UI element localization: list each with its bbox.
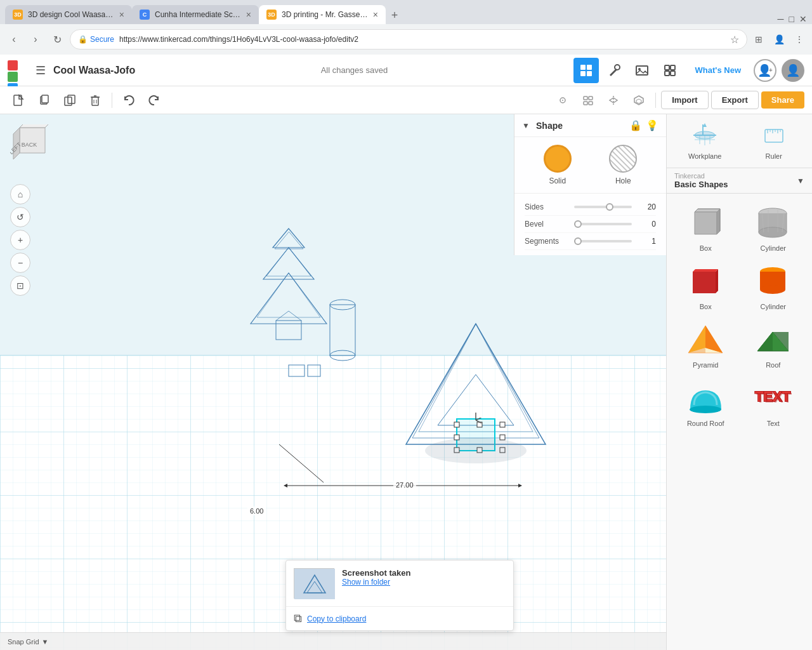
shape-panel-header: ▼ Shape 🔒 💡 bbox=[514, 114, 666, 137]
minimize-btn[interactable]: ─ bbox=[778, 14, 784, 24]
close-btn[interactable]: ✕ bbox=[799, 14, 807, 24]
new-tab-button[interactable]: + bbox=[386, 6, 403, 24]
shapes-grid: Box bbox=[667, 194, 812, 437]
redo-button[interactable] bbox=[143, 89, 166, 112]
tab-2[interactable]: C Cunha Intermediate Sch... × bbox=[132, 5, 259, 24]
duplicate-button[interactable] bbox=[58, 89, 81, 112]
shape-panel-toggle[interactable]: ▼ bbox=[522, 121, 531, 130]
shape-panel-icons: 🔒 💡 bbox=[629, 119, 658, 131]
tab-1[interactable]: 3D 3D design Cool Waasa-... × bbox=[5, 5, 132, 24]
box-wire-img bbox=[683, 204, 728, 242]
home-view-button[interactable]: ⌂ bbox=[10, 184, 30, 204]
shape-cylinder-solid[interactable]: Cylinder bbox=[740, 257, 808, 315]
gallery-button[interactable] bbox=[629, 58, 655, 83]
sides-value: 20 bbox=[637, 202, 656, 211]
segments-label: Segments bbox=[525, 237, 569, 246]
sides-row: Sides 20 bbox=[525, 199, 656, 216]
round-roof-img bbox=[683, 379, 728, 417]
copy-button[interactable] bbox=[33, 89, 56, 112]
hamburger-menu[interactable]: ☰ bbox=[36, 63, 46, 77]
forward-button[interactable]: › bbox=[27, 30, 44, 48]
shape-panel: ▼ Shape 🔒 💡 Solid Hole bbox=[514, 114, 666, 255]
svg-rect-7 bbox=[665, 65, 669, 70]
svg-marker-96 bbox=[693, 272, 716, 293]
shape-box-wire[interactable]: Box bbox=[672, 199, 740, 257]
box-solid-img bbox=[683, 262, 728, 300]
tab-2-close[interactable]: × bbox=[246, 10, 251, 20]
shape-cylinder-wire[interactable]: Cylinder bbox=[740, 199, 808, 257]
avatar-icon: 👤 bbox=[786, 63, 800, 77]
solid-type[interactable]: Solid bbox=[544, 145, 572, 185]
toast-bottom: ⧉ Copy to clipboard bbox=[286, 606, 513, 630]
user-avatar[interactable]: 👤 bbox=[782, 59, 804, 82]
segments-slider[interactable] bbox=[574, 240, 632, 242]
bookmark-button[interactable]: ☆ bbox=[730, 34, 739, 46]
whats-new-button[interactable]: What's New bbox=[688, 63, 749, 77]
tab-3[interactable]: 3D 3D printing - Mr. Gasser ... × bbox=[259, 5, 386, 24]
shape-roof[interactable]: Roof bbox=[740, 315, 808, 374]
sides-slider[interactable] bbox=[574, 206, 632, 208]
undo-button[interactable] bbox=[117, 89, 140, 112]
grid-view-button[interactable] bbox=[573, 58, 599, 83]
reload-button[interactable]: ↻ bbox=[48, 30, 66, 48]
share-button[interactable]: Share bbox=[761, 91, 804, 109]
solid-label: Solid bbox=[549, 176, 566, 185]
viewport[interactable]: BACK LEFT ⌂ ↺ + − ⊡ 27.00 6.00 ▼ Sh bbox=[0, 114, 666, 650]
maximize-btn[interactable]: □ bbox=[789, 14, 794, 24]
import-button[interactable]: Import bbox=[661, 91, 708, 109]
topbar-icons bbox=[573, 58, 683, 83]
orbit-button[interactable]: ↺ bbox=[10, 207, 30, 227]
delete-button[interactable] bbox=[84, 89, 107, 112]
shape-box-solid[interactable]: Box bbox=[672, 257, 740, 315]
workplane-svg bbox=[691, 122, 719, 150]
toolbar-divider-2 bbox=[655, 93, 656, 108]
add-user-button[interactable]: 👤 + bbox=[754, 59, 776, 82]
svg-text:TEXT: TEXT bbox=[756, 390, 792, 406]
tab-3-close[interactable]: × bbox=[373, 10, 378, 20]
back-button[interactable]: ‹ bbox=[5, 30, 23, 48]
url-text: https://www.tinkercad.com/things/1Ho6y4L… bbox=[119, 35, 725, 44]
align-icon-btn[interactable] bbox=[577, 89, 599, 112]
group-icon bbox=[632, 94, 645, 107]
light-icon-btn[interactable] bbox=[551, 89, 574, 112]
category-dropdown[interactable]: Tinkercad Basic Shapes ▼ bbox=[667, 168, 812, 194]
svg-rect-13 bbox=[42, 95, 48, 103]
show-in-folder-link[interactable]: Show in folder bbox=[342, 578, 506, 587]
new-button[interactable] bbox=[8, 89, 30, 112]
export-button[interactable]: Export bbox=[711, 91, 759, 109]
lock-icon[interactable]: 🔒 bbox=[629, 119, 642, 131]
shape-text[interactable]: TEXT TEXT Text bbox=[740, 374, 808, 432]
tab-1-close[interactable]: × bbox=[119, 10, 124, 20]
shape-pyramid[interactable]: Pyramid bbox=[672, 315, 740, 374]
zoom-fit-button[interactable]: ⊡ bbox=[10, 275, 30, 296]
workplane-tool[interactable]: Workplane bbox=[672, 119, 738, 162]
mirror-icon-btn[interactable] bbox=[602, 89, 625, 112]
text-svg: TEXT TEXT bbox=[752, 381, 794, 416]
tinkercad-app: ☰ Cool Waasa-Jofo All changes saved bbox=[0, 55, 812, 650]
project-title[interactable]: Cool Waasa-Jofo bbox=[53, 65, 135, 76]
collaborate-button[interactable] bbox=[657, 58, 683, 83]
bevel-row: Bevel 0 bbox=[525, 216, 656, 233]
copy-to-clipboard-link[interactable]: Copy to clipboard bbox=[307, 614, 366, 623]
toast-thumbnail bbox=[294, 568, 334, 599]
tools-button[interactable] bbox=[601, 58, 627, 83]
zoom-out-button[interactable]: − bbox=[10, 253, 30, 273]
address-bar: ‹ › ↻ 🔒 Secure https://www.tinkercad.com… bbox=[0, 24, 812, 55]
extensions-button[interactable]: ⊞ bbox=[751, 32, 766, 47]
copy-icon bbox=[38, 94, 51, 107]
zoom-in-button[interactable]: + bbox=[10, 230, 30, 250]
group-icon-btn[interactable] bbox=[627, 89, 650, 112]
browser-menu-button[interactable]: ⋮ bbox=[792, 32, 807, 47]
bulb-icon[interactable]: 💡 bbox=[646, 119, 658, 131]
toast-top: Screenshot taken Show in folder bbox=[286, 560, 513, 606]
tinkercad-logo bbox=[8, 60, 28, 81]
hole-type[interactable]: Hole bbox=[609, 145, 637, 185]
profile-button[interactable]: 👤 bbox=[771, 32, 787, 47]
nav-cube[interactable]: BACK LEFT bbox=[10, 124, 61, 175]
tab-2-title: Cunha Intermediate Sch... bbox=[155, 10, 241, 19]
ruler-tool[interactable]: Ruler bbox=[741, 119, 808, 162]
shape-round-roof[interactable]: Round Roof bbox=[672, 374, 740, 432]
svg-point-4 bbox=[615, 65, 620, 70]
url-bar[interactable]: 🔒 Secure https://www.tinkercad.com/thing… bbox=[70, 29, 747, 50]
bevel-slider[interactable] bbox=[574, 223, 632, 225]
